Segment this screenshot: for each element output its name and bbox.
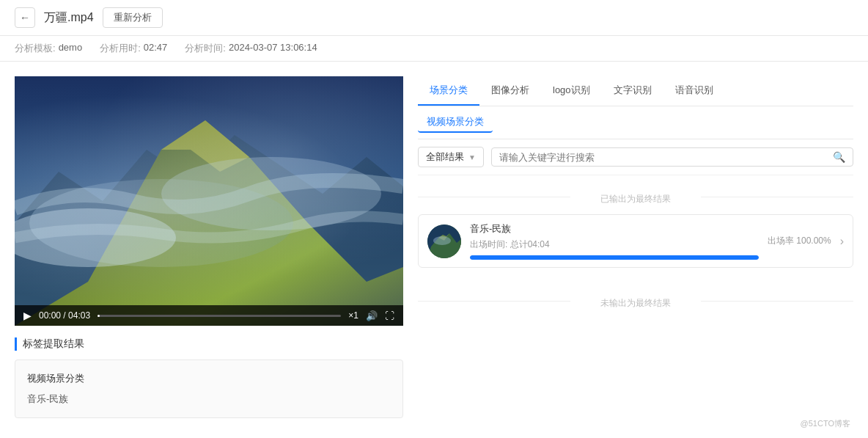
search-icon: 🔍: [833, 151, 845, 163]
tab-text-recognition[interactable]: 文字识别: [602, 76, 663, 106]
mist-overlay: [15, 76, 403, 326]
time-used-value: 02:47: [144, 42, 168, 55]
back-button[interactable]: ←: [15, 7, 35, 28]
filter-row: 全部结果 ▼ 🔍: [418, 139, 853, 175]
volume-icon[interactable]: 🔊: [366, 310, 378, 321]
dropdown-arrow-icon: ▼: [468, 153, 476, 161]
progress-fill: [98, 315, 100, 317]
tags-category-title: 视频场景分类: [27, 372, 391, 385]
result-percent: 出场率 100.00%: [768, 235, 831, 247]
model-value: demo: [59, 42, 83, 55]
filter-select-label: 全部结果: [426, 150, 464, 164]
file-title: 万疆.mp4: [44, 10, 94, 26]
result-bar-wrap: [470, 255, 759, 260]
analysis-time-label: 分析时间:: [185, 42, 226, 55]
video-background: [15, 76, 403, 326]
tags-section: 标签提取结果 视频场景分类 音乐-民族: [15, 337, 403, 418]
meta-time-used: 分析用时: 02:47: [100, 42, 167, 55]
result-bar-fill: [470, 255, 759, 260]
time-used-label: 分析用时:: [100, 42, 141, 55]
meta-analysis-time: 分析时间: 2024-03-07 13:06:14: [185, 42, 317, 55]
result-label: 音乐-民族: [470, 222, 759, 236]
result-info: 音乐-民族 出场时间: 总计04:04: [470, 222, 759, 260]
filter-select[interactable]: 全部结果 ▼: [418, 147, 484, 167]
model-label: 分析模板:: [15, 42, 56, 55]
tab-speech-recognition[interactable]: 语音识别: [663, 76, 725, 106]
result-card: 音乐-民族 出场时间: 总计04:04 出场率 100.00% ›: [418, 214, 853, 268]
result-bar: [470, 255, 759, 260]
analysis-time-value: 2024-03-07 13:06:14: [229, 42, 317, 55]
sub-tabs-row: 视频场景分类: [418, 106, 853, 139]
meta-bar: 分析模板: demo 分析用时: 02:47 分析时间: 2024-03-07 …: [0, 36, 868, 62]
no-output-results-section: 未输出为最终结果: [418, 280, 853, 321]
tag-item: 音乐-民族: [27, 393, 391, 406]
search-input[interactable]: [499, 152, 828, 163]
speed-label[interactable]: ×1: [348, 310, 358, 321]
output-section-label: 已输出为最终结果: [418, 183, 853, 210]
meta-model: 分析模板: demo: [15, 42, 82, 55]
no-output-section-label: 未输出为最终结果: [418, 287, 853, 314]
svg-point-5: [433, 236, 451, 245]
tab-image-analysis[interactable]: 图像分析: [479, 76, 541, 106]
right-panel: 场景分类 图像分析 logo识别 文字识别 语音识别 视频场景分类 全部结果 ▼…: [418, 76, 853, 418]
video-container: ▶ 00:00 / 04:03 ×1 🔊 ⛶: [15, 76, 403, 326]
time-display: 00:00 / 04:03: [39, 310, 90, 321]
result-thumb-svg: [427, 225, 461, 258]
video-controls: ▶ 00:00 / 04:03 ×1 🔊 ⛶: [15, 305, 403, 326]
reanalyze-button[interactable]: 重新分析: [103, 7, 163, 28]
progress-bar[interactable]: [98, 315, 341, 317]
tab-logo-recognition[interactable]: logo识别: [541, 76, 602, 106]
tabs-row: 场景分类 图像分析 logo识别 文字识别 语音识别: [418, 76, 853, 106]
video-player-wrapper: ▶ 00:00 / 04:03 ×1 🔊 ⛶ 标签提取结果 视频场景分类 音乐-…: [15, 76, 403, 418]
tab-scene-classification[interactable]: 场景分类: [418, 76, 479, 106]
tags-card: 视频场景分类 音乐-民族: [15, 359, 403, 418]
result-detail-arrow[interactable]: ›: [840, 235, 844, 248]
play-button[interactable]: ▶: [23, 310, 32, 321]
tags-section-title: 标签提取结果: [15, 337, 403, 351]
watermark: @51CTO博客: [792, 415, 859, 432]
sub-tab-video-scene[interactable]: 视频场景分类: [418, 112, 493, 133]
result-thumbnail: [427, 225, 461, 258]
search-input-wrap: 🔍: [491, 147, 853, 167]
result-meta: 出场时间: 总计04:04: [470, 238, 759, 251]
header: ← 万疆.mp4 重新分析: [0, 0, 868, 36]
main-content: ▶ 00:00 / 04:03 ×1 🔊 ⛶ 标签提取结果 视频场景分类 音乐-…: [0, 62, 868, 433]
output-results-section: 已输出为最终结果 音乐-民族 出场时间: 总计04:04: [418, 175, 853, 280]
back-icon: ←: [20, 12, 30, 23]
fullscreen-icon[interactable]: ⛶: [385, 310, 394, 321]
